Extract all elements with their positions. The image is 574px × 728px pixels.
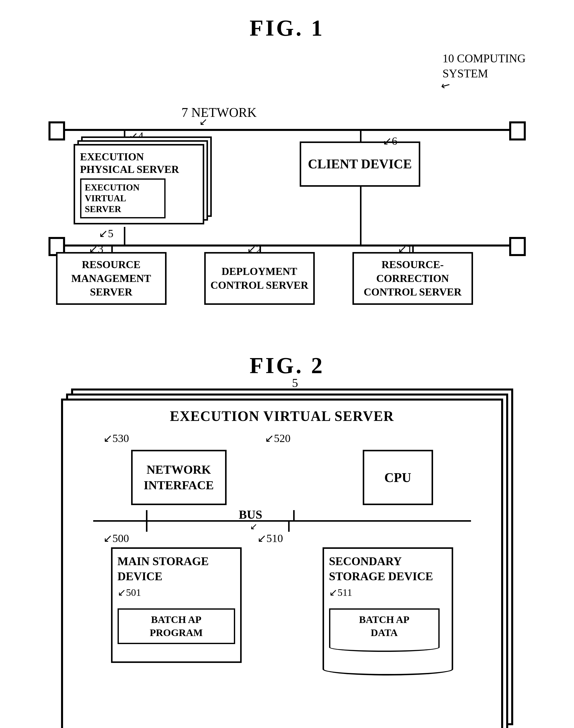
msd-inner: BATCH AP PROGRAM: [118, 608, 235, 644]
label-5-fig1: ↙5: [99, 227, 114, 240]
ssd-inner-curve: [329, 643, 440, 652]
msd-title: MAIN STORAGE DEVICE: [118, 554, 235, 584]
bus-section: BUS ↙: [83, 520, 481, 522]
evs-top-row: NETWORK INTERFACE CPU: [73, 445, 491, 510]
network-interface-box: NETWORK INTERFACE: [131, 450, 227, 505]
fig2-container: 5 ↙ EXECUTION VIRTUAL SERVER ↙530 ↙520 N…: [24, 389, 551, 728]
label-6: ↙6: [382, 134, 398, 148]
res-corr-ctrl-server: RESOURCE-CORRECTION CONTROL SERVER: [353, 252, 473, 305]
label-500: ↙500: [103, 532, 129, 544]
computing-system-label: 10 COMPUTING SYSTEM: [443, 51, 526, 81]
eps-main-label: EXECUTION PHYSICAL SERVER: [80, 151, 198, 176]
label-501-ref: ↙501: [118, 587, 235, 598]
label-511-ref: ↙511: [329, 587, 447, 598]
evs-title: EXECUTION VIRTUAL SERVER: [73, 408, 491, 424]
vline-client-top: [360, 130, 362, 143]
evs-bottom-ref-labels: ↙500 ↙510: [73, 532, 491, 545]
vline-eps-bottom: [124, 227, 125, 245]
conn-cpu: [293, 510, 295, 520]
secondary-storage-device-outer: SECONDARY STORAGE DEVICE ↙511 BATCH AP D…: [323, 547, 453, 676]
label-520: ↙520: [265, 432, 291, 445]
bus-arrow: ↙: [250, 521, 257, 532]
deploy-ctrl-server: DEPLOYMENT CONTROL SERVER: [204, 252, 315, 305]
ssd-inner-box: BATCH AP DATA: [329, 608, 440, 643]
exec-phys-server-group: EXECUTION PHYSICAL SERVER EXECUTION VIRT…: [74, 136, 214, 227]
client-device-box: CLIENT DEVICE: [300, 141, 420, 187]
rms-label: RESOURCE MANAGEMENT SERVER: [60, 258, 163, 299]
fig2-title: FIG. 2: [20, 353, 554, 378]
ssd-box: SECONDARY STORAGE DEVICE ↙511 BATCH AP D…: [323, 547, 453, 663]
fig1-title: FIG. 1: [20, 15, 554, 41]
evs-front: EXECUTION VIRTUAL SERVER ↙530 ↙520 NETWO…: [61, 399, 503, 728]
network-label: 7 NETWORK: [181, 105, 257, 120]
ssd-title: SECONDARY STORAGE DEVICE: [329, 554, 447, 584]
fig1-container: 10 COMPUTING SYSTEM ↙ 7 NETWORK ↙ ↙4 EXE…: [24, 51, 551, 327]
ssd-bottom-curve: [323, 663, 453, 676]
client-device-label: CLIENT DEVICE: [308, 156, 412, 172]
resource-mgmt-server: RESOURCE MANAGEMENT SERVER: [56, 252, 167, 305]
ssd-inner-wrap: BATCH AP DATA: [329, 608, 447, 652]
cpu-box: CPU: [363, 450, 433, 505]
conn-msd: [146, 522, 148, 532]
bottom-conn-area: [73, 522, 491, 532]
batch-ap-program-label: BATCH AP PROGRAM: [122, 613, 230, 639]
label-510: ↙510: [257, 532, 283, 544]
top-conn-area: [73, 510, 491, 520]
evs-top-ref-labels: ↙530 ↙520: [73, 432, 491, 445]
rcs-label: RESOURCE-CORRECTION CONTROL SERVER: [357, 258, 469, 299]
main-storage-device-box: MAIN STORAGE DEVICE ↙501 BATCH AP PROGRA…: [111, 547, 242, 663]
evs-bottom-row: MAIN STORAGE DEVICE ↙501 BATCH AP PROGRA…: [73, 545, 491, 678]
bus-line: [93, 520, 471, 522]
evs-outer: 5 ↙ EXECUTION VIRTUAL SERVER ↙530 ↙520 N…: [61, 389, 513, 728]
conn-ni: [146, 510, 148, 520]
bus-label: BUS: [239, 508, 262, 521]
vline-client-bottom: [360, 187, 362, 245]
network-bar-bottom: [48, 244, 526, 246]
conn-ssd: [288, 522, 290, 532]
batch-ap-data-label: BATCH AP DATA: [334, 613, 435, 639]
label-530: ↙530: [103, 432, 129, 445]
dcs-label: DEPLOYMENT CONTROL SERVER: [210, 265, 308, 292]
network-bar-top: [48, 129, 526, 131]
eps-virtual-box: EXECUTION VIRTUAL SERVER: [80, 178, 166, 218]
network-arrow-indicator: ↙: [199, 116, 208, 128]
eps-front: EXECUTION PHYSICAL SERVER EXECUTION VIRT…: [74, 144, 204, 225]
